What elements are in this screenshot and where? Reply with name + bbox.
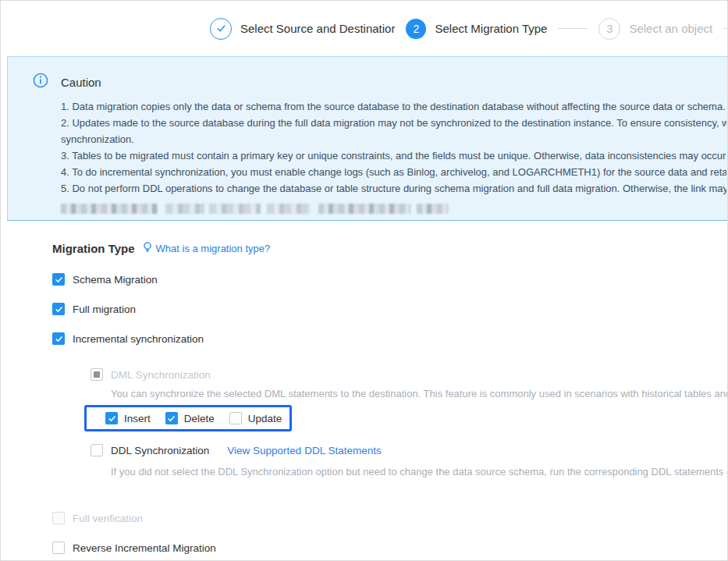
lightbulb-icon — [142, 241, 153, 256]
caution-line: 5. Do not perform DDL operations to chan… — [61, 180, 726, 197]
checkbox-label: Full migration — [73, 304, 136, 315]
checkbox-label: Update — [248, 413, 282, 424]
checkbox-row-full-migration[interactable]: Full migration — [52, 303, 727, 315]
step-number-badge: 3 — [598, 18, 620, 40]
checkbox-label: Insert — [124, 413, 151, 424]
checkbox-row-insert[interactable]: Insert — [105, 412, 151, 424]
checkbox-indeterminate-disabled — [91, 368, 103, 381]
checkbox-disabled — [52, 512, 65, 524]
caution-banner: Caution 1. Data migration copies only th… — [7, 56, 728, 221]
caution-title: Caution — [61, 76, 101, 89]
caution-line: 2. Updates made to the source database d… — [61, 115, 726, 131]
step-connector-line — [558, 28, 588, 29]
caution-line: 3. Tables to be migrated must contain a … — [61, 147, 726, 164]
checkbox-label: Incremental synchronization — [73, 333, 204, 345]
ddl-description: If you did not select the DDL Synchroniz… — [111, 466, 727, 478]
caution-line: synchronization. — [61, 131, 726, 147]
redacted-text — [61, 204, 158, 214]
step-connector-line — [723, 28, 727, 29]
info-icon — [33, 73, 48, 91]
redacted-text — [165, 204, 204, 214]
redacted-text — [267, 204, 311, 214]
migration-type-section: Migration Type What is a migration type?… — [1, 241, 727, 554]
view-supported-ddl-link[interactable]: View Supported DDL Statements — [227, 445, 381, 456]
checkbox-row-delete[interactable]: Delete — [165, 412, 215, 424]
step-label: Select Source and Destinatior — [240, 22, 395, 35]
checkbox-label: DDL Synchronization — [111, 445, 209, 456]
step-label: Select Migration Type — [435, 22, 547, 35]
annotation-highlight-box: Insert Delete Update — [84, 405, 292, 431]
checkbox-row-full-verification: Full verification — [52, 512, 727, 524]
checkbox-label: Delete — [184, 413, 215, 424]
redacted-text — [318, 204, 410, 214]
checkbox-unchecked[interactable] — [91, 444, 103, 456]
caution-list: 1. Data migration copies only the data o… — [61, 98, 726, 197]
checkbox-checked[interactable] — [165, 412, 178, 424]
checkbox-label: Reverse Incremental Migration — [73, 542, 216, 554]
step-select-an-object[interactable]: 3 Select an object — [598, 18, 712, 40]
incremental-sub-options: DML Synchronization You can synchronize … — [91, 368, 727, 478]
checkbox-label: Full verification — [73, 513, 143, 524]
migration-wizard-page: Select Source and Destinatior 2 Select M… — [0, 0, 728, 561]
step-select-source-destination[interactable]: Select Source and Destinatior — [210, 18, 395, 40]
caution-line: 4. To do incremental synchronization, yo… — [61, 164, 726, 180]
checkbox-label: Schema Migration — [73, 274, 158, 286]
step-number-badge: 2 — [406, 19, 426, 39]
checkbox-row-incremental-synchronization[interactable]: Incremental synchronization — [52, 332, 727, 345]
step-select-migration-type[interactable]: 2 Select Migration Type — [406, 19, 547, 39]
checkbox-checked[interactable] — [105, 412, 118, 424]
wizard-stepper: Select Source and Destinatior 2 Select M… — [1, 1, 727, 56]
section-title: Migration Type — [52, 242, 135, 255]
checkbox-unchecked[interactable] — [229, 412, 242, 424]
checkbox-label: DML Synchronization — [111, 369, 211, 381]
redacted-text — [209, 204, 261, 214]
checkbox-row-update[interactable]: Update — [229, 412, 282, 424]
migration-type-help-link[interactable]: What is a migration type? — [156, 243, 271, 254]
checkbox-row-schema-migration[interactable]: Schema Migration — [52, 273, 727, 286]
checkbox-checked[interactable] — [52, 303, 65, 315]
dml-description: You can synchronize the selected DML sta… — [111, 388, 727, 399]
checkbox-unchecked[interactable] — [52, 541, 65, 554]
step-label: Select an object — [629, 22, 712, 35]
checkbox-checked[interactable] — [52, 332, 65, 345]
check-circle-icon — [210, 18, 232, 40]
checkbox-checked[interactable] — [52, 273, 65, 286]
redacted-text-row — [61, 203, 726, 214]
checkbox-row-dml-synchronization: DML Synchronization — [91, 368, 727, 381]
caution-line: 1. Data migration copies only the data o… — [61, 98, 726, 115]
checkbox-row-ddl-synchronization[interactable]: DDL Synchronization View Supported DDL S… — [91, 444, 727, 456]
redacted-text — [417, 204, 448, 214]
checkbox-row-reverse-incremental-migration[interactable]: Reverse Incremental Migration — [52, 541, 727, 554]
